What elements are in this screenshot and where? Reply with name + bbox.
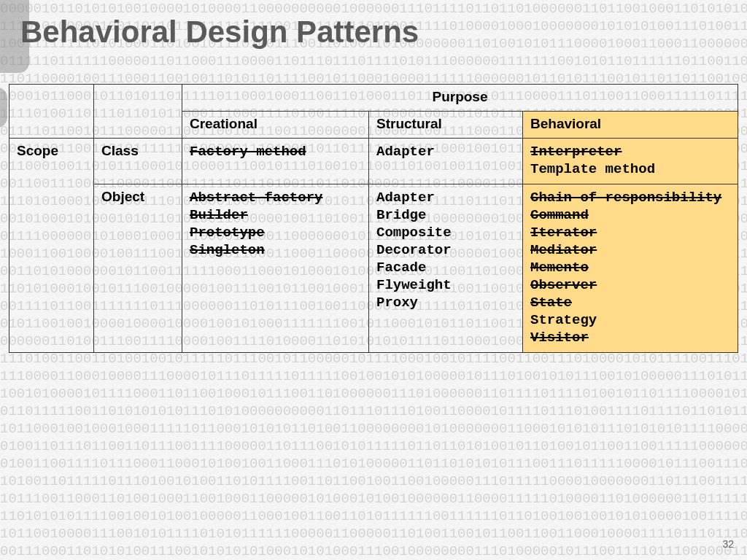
class-label: Class bbox=[94, 139, 182, 184]
page-number: 32 bbox=[722, 538, 734, 550]
scope-label: Scope bbox=[9, 139, 94, 184]
col-behavioral: Behavioral bbox=[523, 112, 738, 139]
cell-class-structural: Adapter bbox=[369, 139, 523, 184]
cell-object-structural: AdapterBridgeCompositeDecoratorFacadeFly… bbox=[369, 184, 523, 353]
purpose-header: Purpose bbox=[182, 85, 738, 112]
col-structural: Structural bbox=[369, 112, 523, 139]
object-label: Object bbox=[94, 184, 182, 353]
cell-class-behavioral: InterpreterTemplate method bbox=[523, 139, 738, 184]
page-title: Behavioral Design Patterns bbox=[0, 0, 747, 50]
col-creational: Creational bbox=[182, 112, 369, 139]
cell-object-behavioral: Chain of responsibilityCommandIteratorMe… bbox=[523, 184, 738, 353]
cell-object-creational: Abstract factoryBuilderPrototypeSingleto… bbox=[182, 184, 369, 353]
cell-class-creational: Factory method bbox=[182, 139, 369, 184]
patterns-table: Purpose Creational Structural Behavioral… bbox=[9, 84, 738, 353]
